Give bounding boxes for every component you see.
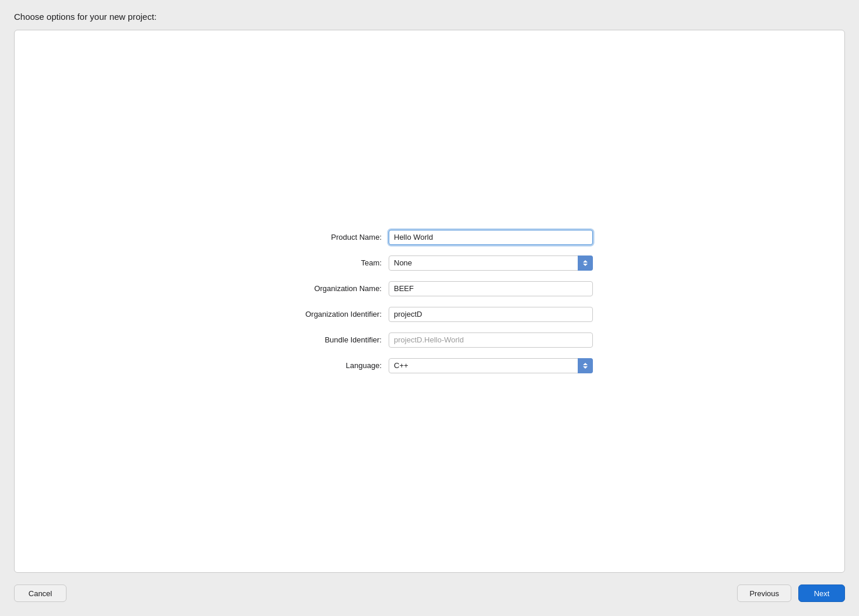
form-row-product-name: Product Name: bbox=[266, 230, 593, 245]
form-row-org-name: Organization Name: bbox=[266, 281, 593, 296]
form-container: Product Name: Team: None Add an Account.… bbox=[266, 230, 593, 373]
product-name-label: Product Name: bbox=[266, 233, 389, 242]
language-select-wrapper: C++ Swift Objective-C bbox=[389, 358, 593, 373]
team-label: Team: bbox=[266, 258, 389, 267]
language-label: Language: bbox=[266, 361, 389, 370]
team-select-wrapper: None Add an Account... bbox=[389, 256, 593, 271]
bundle-id-label: Bundle Identifier: bbox=[266, 335, 389, 344]
form-row-org-id: Organization Identifier: bbox=[266, 307, 593, 322]
team-select[interactable]: None Add an Account... bbox=[389, 256, 593, 271]
form-row-bundle-id: Bundle Identifier: bbox=[266, 332, 593, 348]
page-heading: Choose options for your new project: bbox=[14, 12, 845, 22]
org-name-label: Organization Name: bbox=[266, 284, 389, 293]
bottom-bar: Cancel Previous Next bbox=[14, 584, 845, 602]
org-id-input[interactable] bbox=[389, 307, 593, 322]
org-id-label: Organization Identifier: bbox=[266, 310, 389, 318]
cancel-button[interactable]: Cancel bbox=[14, 584, 67, 602]
org-name-input[interactable] bbox=[389, 281, 593, 296]
bundle-id-input[interactable] bbox=[389, 332, 593, 348]
product-name-input[interactable] bbox=[389, 230, 593, 245]
next-button[interactable]: Next bbox=[798, 584, 845, 602]
main-content-area: Product Name: Team: None Add an Account.… bbox=[14, 30, 845, 573]
form-row-language: Language: C++ Swift Objective-C bbox=[266, 358, 593, 373]
language-select[interactable]: C++ Swift Objective-C bbox=[389, 358, 593, 373]
form-row-team: Team: None Add an Account... bbox=[266, 256, 593, 271]
bottom-right-buttons: Previous Next bbox=[737, 584, 845, 602]
previous-button[interactable]: Previous bbox=[737, 584, 791, 602]
